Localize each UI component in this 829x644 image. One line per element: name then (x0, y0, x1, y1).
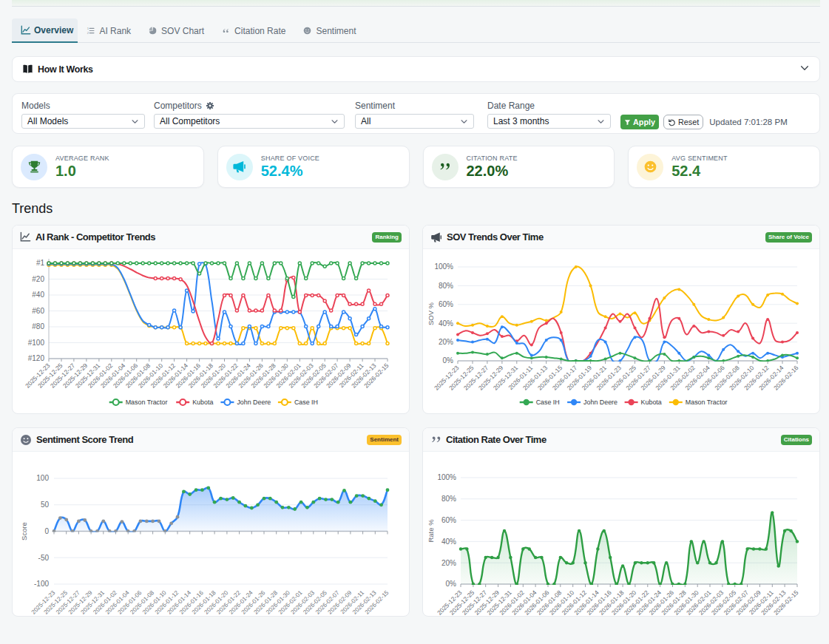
svg-text:Score: Score (20, 522, 28, 540)
svg-text:20%: 20% (439, 338, 453, 346)
svg-text:40%: 40% (441, 538, 456, 546)
svg-text:0%: 0% (443, 356, 454, 365)
svg-text:SOV %: SOV % (427, 302, 435, 325)
svg-text:#100: #100 (28, 339, 45, 347)
svg-text:0%: 0% (446, 580, 457, 588)
svg-text:100%: 100% (434, 262, 453, 271)
svg-text:-50: -50 (38, 554, 50, 562)
svg-text:Rate %: Rate % (427, 519, 435, 543)
svg-text:Kubota: Kubota (641, 399, 662, 406)
svg-text:1: 1 (87, 27, 89, 30)
svg-text:100: 100 (36, 474, 49, 482)
svg-text:-100: -100 (34, 580, 49, 588)
svg-text:John Deere: John Deere (237, 399, 271, 406)
svg-text:Mason Tractor: Mason Tractor (686, 399, 728, 406)
svg-text:#1: #1 (36, 259, 45, 267)
svg-text:John Deere: John Deere (583, 399, 617, 406)
svg-text:Mason Tractor: Mason Tractor (126, 399, 168, 406)
svg-text:80%: 80% (441, 495, 456, 503)
svg-text:0: 0 (44, 527, 49, 535)
svg-text:Kubota: Kubota (192, 399, 213, 406)
svg-text:Case IH: Case IH (536, 399, 560, 406)
svg-text:Case IH: Case IH (294, 399, 318, 406)
svg-text:#80: #80 (32, 322, 44, 331)
svg-text:60%: 60% (439, 300, 453, 308)
svg-text:40%: 40% (439, 319, 453, 328)
svg-text:100%: 100% (437, 473, 456, 481)
svg-text:50: 50 (41, 501, 50, 509)
svg-text:60%: 60% (441, 516, 456, 524)
svg-text:#120: #120 (28, 354, 45, 362)
svg-text:2: 2 (87, 31, 89, 35)
svg-text:#60: #60 (32, 307, 44, 315)
svg-text:20%: 20% (441, 559, 456, 567)
svg-text:#40: #40 (32, 291, 44, 299)
svg-text:80%: 80% (439, 282, 453, 290)
svg-text:#20: #20 (32, 275, 44, 283)
